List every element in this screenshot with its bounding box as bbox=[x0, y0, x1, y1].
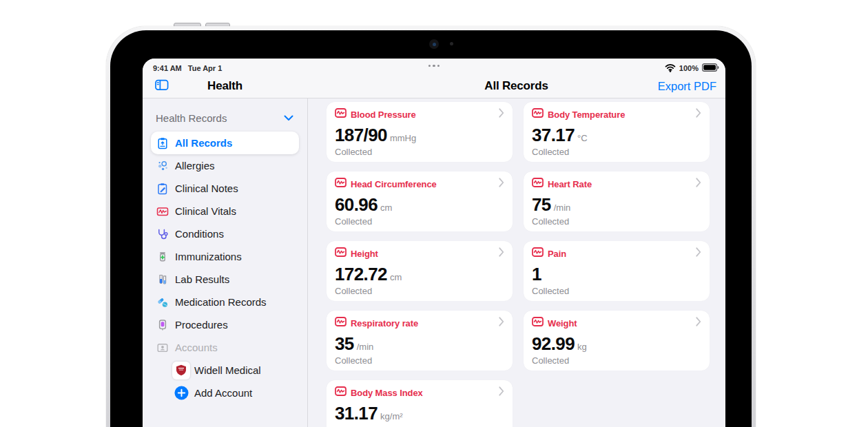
sidebar-item-label: Widell Medical bbox=[194, 364, 261, 376]
sidebar-section-health-records[interactable]: Health Records bbox=[151, 110, 299, 126]
sidebar-item-clinical-vitals[interactable]: Clinical Vitals bbox=[151, 200, 299, 222]
sidebar-item-allergies[interactable]: Allergies bbox=[151, 154, 299, 177]
sidebar-item-conditions[interactable]: Conditions bbox=[151, 222, 299, 245]
record-value: 1 bbox=[532, 264, 541, 284]
chevron-right-icon bbox=[696, 247, 701, 260]
medical-org-shield-icon bbox=[172, 362, 190, 379]
chevron-right-icon bbox=[499, 317, 504, 329]
waveform-record-icon bbox=[335, 247, 347, 260]
record-unit: °C bbox=[577, 133, 588, 143]
sidebar-item-add-account[interactable]: Add Account bbox=[151, 382, 299, 404]
chevron-down-icon[interactable] bbox=[284, 112, 293, 124]
chevron-right-icon bbox=[499, 247, 504, 260]
sidebar-item-label: Immunizations bbox=[175, 251, 242, 262]
record-status: Collected bbox=[532, 147, 701, 157]
record-card-title: Blood Pressure bbox=[351, 110, 495, 120]
sidebar-section-label: Health Records bbox=[156, 112, 227, 124]
record-unit: cm bbox=[390, 272, 402, 282]
sidebar-item-label: Allergies bbox=[175, 160, 215, 171]
vitals-waveform-icon bbox=[156, 205, 169, 218]
sidebar-item-label: Add Account bbox=[194, 387, 252, 399]
chevron-right-icon bbox=[499, 386, 504, 399]
record-status: Collected bbox=[532, 216, 701, 227]
record-card-title: Head Circumference bbox=[351, 179, 495, 189]
multitasking-handle[interactable] bbox=[428, 65, 440, 67]
navigation-bar: Health All Records Export PDF bbox=[143, 74, 725, 98]
record-value: 60.96 bbox=[335, 194, 378, 215]
record-unit: kg bbox=[577, 342, 587, 352]
record-card-title: Weight bbox=[548, 318, 692, 329]
records-grid[interactable]: Blood Pressure 187/90mmHg Collected Body… bbox=[327, 102, 725, 427]
waveform-record-icon bbox=[532, 178, 544, 190]
procedure-bag-icon bbox=[156, 319, 169, 331]
record-value: 37.17 bbox=[532, 125, 575, 145]
waveform-record-icon bbox=[335, 178, 347, 190]
record-card-title: Respiratory rate bbox=[351, 318, 495, 329]
app-title: Health bbox=[143, 79, 307, 93]
chevron-right-icon bbox=[696, 178, 701, 190]
record-unit: mmHg bbox=[390, 133, 416, 143]
record-unit: cm bbox=[380, 202, 392, 213]
record-card[interactable]: Height 172.72cm Collected bbox=[327, 241, 513, 301]
sidebar-item-accounts[interactable]: Accounts bbox=[151, 336, 299, 359]
record-card[interactable]: Weight 92.99kg Collected bbox=[524, 311, 710, 371]
record-unit: kg/m² bbox=[380, 411, 403, 421]
waveform-record-icon bbox=[335, 108, 347, 121]
sidebar-item-label: All Records bbox=[175, 137, 232, 149]
chevron-right-icon bbox=[499, 178, 504, 190]
sidebar-item-lab-results[interactable]: Lab Results bbox=[151, 268, 299, 291]
sidebar-item-label: Lab Results bbox=[175, 273, 229, 285]
sidebar-item-label: Clinical Notes bbox=[175, 183, 238, 194]
sidebar-item-widell-medical[interactable]: Widell Medical bbox=[151, 359, 299, 382]
sidebar-item-label: Clinical Vitals bbox=[175, 205, 236, 217]
waveform-record-icon bbox=[335, 386, 347, 399]
add-circle-icon bbox=[172, 386, 190, 400]
sidebar-item-label: Conditions bbox=[175, 228, 224, 240]
chevron-right-icon bbox=[499, 108, 504, 121]
sidebar-item-clinical-notes[interactable]: Clinical Notes bbox=[151, 177, 299, 200]
account-card-icon bbox=[156, 342, 169, 354]
waveform-record-icon bbox=[532, 108, 544, 121]
sidebar-item-label: Medication Records bbox=[175, 296, 267, 308]
record-unit: /min bbox=[554, 202, 571, 213]
record-card-title: Pain bbox=[548, 249, 692, 259]
stethoscope-icon bbox=[156, 228, 169, 240]
front-camera bbox=[429, 39, 439, 49]
record-value: 31.17 bbox=[335, 403, 378, 424]
record-card[interactable]: Heart Rate 75/min Collected bbox=[524, 171, 710, 231]
screen: 9:41 AM Tue Apr 1 100% Health All Record… bbox=[143, 59, 725, 427]
record-card-title: Body Mass Index bbox=[351, 388, 495, 398]
all-records-clipboard-icon bbox=[156, 137, 169, 149]
record-status: Collected bbox=[335, 147, 504, 157]
status-date: Tue Apr 1 bbox=[188, 64, 223, 72]
record-value: 172.72 bbox=[335, 264, 387, 284]
sidebar-item-procedures[interactable]: Procedures bbox=[151, 313, 299, 336]
chevron-right-icon bbox=[696, 108, 701, 121]
record-status: Collected bbox=[335, 355, 504, 366]
camera-sensor-dot bbox=[450, 42, 453, 45]
record-card[interactable]: Blood Pressure 187/90mmHg Collected bbox=[327, 102, 513, 162]
sidebar-item-label: Accounts bbox=[175, 342, 218, 353]
record-value: 92.99 bbox=[532, 333, 575, 354]
clinical-notes-icon bbox=[156, 183, 169, 195]
battery-icon bbox=[702, 63, 719, 73]
export-pdf-button[interactable]: Export PDF bbox=[658, 80, 716, 93]
record-card[interactable]: Pain 1 Collected bbox=[524, 241, 710, 301]
record-card[interactable]: Respiratory rate 35/min Collected bbox=[327, 311, 513, 371]
record-status: Collected bbox=[335, 286, 504, 296]
sidebar-item-immunizations[interactable]: Immunizations bbox=[151, 245, 299, 268]
record-card[interactable]: Head Circumference 60.96cm Collected bbox=[327, 171, 513, 231]
record-status: Collected bbox=[335, 216, 504, 227]
sidebar-item-label: Procedures bbox=[175, 319, 228, 331]
battery-percent: 100% bbox=[679, 64, 699, 72]
chevron-right-icon bbox=[696, 317, 701, 329]
sidebar-item-all-records[interactable]: All Records bbox=[151, 132, 299, 154]
sidebar-item-medication-records[interactable]: Medication Records bbox=[151, 291, 299, 313]
record-card-title: Heart Rate bbox=[548, 179, 692, 189]
sidebar: Health Records All Records Allergies Cli… bbox=[143, 98, 307, 427]
pills-icon bbox=[156, 296, 169, 309]
record-value: 187/90 bbox=[335, 125, 387, 145]
record-card-title: Height bbox=[351, 249, 495, 259]
record-card[interactable]: Body Mass Index 31.17kg/m² Collected bbox=[327, 380, 513, 427]
record-card[interactable]: Body Temperature 37.17°C Collected bbox=[524, 102, 710, 162]
